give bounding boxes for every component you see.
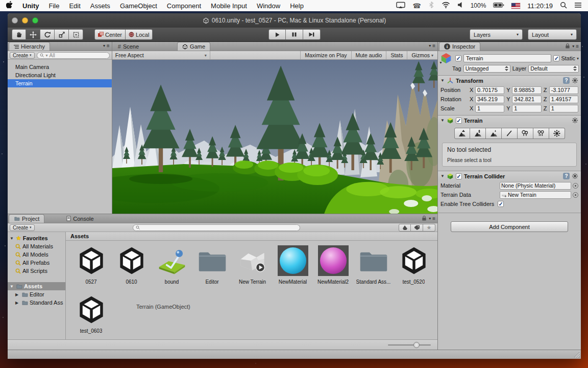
aspect-dropdown[interactable]: Free Aspect ▾ xyxy=(112,51,210,59)
hierarchy-create-button[interactable]: Create▾ xyxy=(10,52,35,59)
asset-newmaterial[interactable]: NewMaterial xyxy=(273,245,313,294)
hierarchy-item-terrain[interactable]: Terrain xyxy=(8,79,112,87)
phone-icon[interactable]: ☎ xyxy=(412,2,421,10)
add-component-button[interactable]: Add Component xyxy=(451,221,568,232)
paint-height-tool[interactable] xyxy=(470,128,486,139)
foldout-icon[interactable]: ▼ xyxy=(10,236,14,241)
menu-item-unity[interactable]: Unity xyxy=(22,2,39,10)
gizmos-dropdown[interactable]: Gizmos▾ xyxy=(407,51,437,59)
position-y-field[interactable]: 8.98853 xyxy=(512,86,541,94)
notification-center-icon[interactable] xyxy=(574,2,582,10)
inspector-panel-menu[interactable]: ▾≡ xyxy=(565,43,579,49)
rotate-tool-button[interactable] xyxy=(40,29,55,40)
terrain-enabled-checkbox[interactable]: ✓ xyxy=(456,118,462,124)
terrain-data-object-field[interactable]: New Terrain xyxy=(500,191,571,199)
favorites-all-models[interactable]: All Models xyxy=(8,250,65,259)
wifi-icon[interactable] xyxy=(442,2,450,10)
apple-menu-icon[interactable] xyxy=(6,1,13,10)
layer-dropdown[interactable]: Default xyxy=(528,65,579,73)
rotation-local-button[interactable]: Local xyxy=(126,29,153,40)
asset-new-terrain[interactable]: New Terrain xyxy=(232,245,273,294)
spotlight-search-icon[interactable] xyxy=(560,2,567,10)
foldout-icon[interactable]: ▶ xyxy=(15,292,20,297)
rotation-y-field[interactable]: 342.821 xyxy=(512,96,541,103)
scale-y-field[interactable]: 1 xyxy=(512,105,541,112)
foldout-icon[interactable]: ▼ xyxy=(439,61,443,64)
scene-tab[interactable]: # Scene xyxy=(113,42,143,51)
game-tab[interactable]: Game xyxy=(177,42,210,51)
rotation-x-field[interactable]: 345.219 xyxy=(475,96,504,103)
menu-item-edit[interactable]: Edit xyxy=(69,2,80,10)
gear-icon[interactable] xyxy=(572,117,578,124)
foldout-icon[interactable]: ▼ xyxy=(440,118,445,123)
menu-item-gameobject[interactable]: GameObject xyxy=(120,2,157,10)
gear-icon[interactable] xyxy=(572,77,578,84)
terrain-settings-tool[interactable] xyxy=(549,128,565,139)
favorites-all-scripts[interactable]: All Scripts xyxy=(8,267,65,275)
object-picker-icon[interactable] xyxy=(573,183,578,189)
hand-tool-button[interactable] xyxy=(12,29,26,40)
favorites-root[interactable]: ▼ ★ Favorites xyxy=(8,234,65,242)
static-checkbox[interactable]: ✓ xyxy=(553,55,559,61)
collider-enabled-checkbox[interactable]: ✓ xyxy=(456,173,462,179)
maximize-on-play-button[interactable]: Maximize on Play xyxy=(300,51,351,59)
asset-0610[interactable]: 0610 xyxy=(111,245,152,294)
foldout-icon[interactable]: ▼ xyxy=(440,174,445,178)
folder-editor[interactable]: ▶ Editor xyxy=(8,290,65,298)
rect-tool-button[interactable] xyxy=(69,29,83,40)
minimize-button[interactable] xyxy=(22,17,28,24)
stats-button[interactable]: Stats xyxy=(386,51,407,59)
scale-x-field[interactable]: 1 xyxy=(475,105,504,112)
menubar-clock[interactable]: 11:20:19 xyxy=(527,2,553,10)
gear-icon[interactable] xyxy=(572,173,578,179)
search-by-label-button[interactable] xyxy=(411,224,423,232)
asset-editor-folder[interactable]: Editor xyxy=(192,245,232,294)
project-panel-menu[interactable]: ▾≡ xyxy=(421,215,435,221)
thumbnail-zoom-slider[interactable] xyxy=(388,344,431,346)
search-by-type-button[interactable] xyxy=(399,224,411,232)
console-tab[interactable]: Console xyxy=(62,214,98,223)
move-tool-button[interactable] xyxy=(26,29,40,40)
menu-item-assets[interactable]: Assets xyxy=(90,2,110,10)
close-button[interactable] xyxy=(12,17,18,24)
project-create-button[interactable]: Create▾ xyxy=(10,224,35,231)
layers-dropdown[interactable]: Layers ▾ xyxy=(470,29,523,40)
hierarchy-item-directional-light[interactable]: Directional Light xyxy=(8,71,112,79)
paint-texture-tool[interactable] xyxy=(502,128,518,139)
hierarchy-search-input[interactable]: ▾ All xyxy=(37,52,110,59)
asset-test-0603[interactable]: test_0603 xyxy=(71,294,111,343)
terrain-component-header[interactable]: ▼ ✓ Terrain xyxy=(438,115,581,125)
favorites-all-materials[interactable]: All Materials xyxy=(8,242,65,250)
position-z-field[interactable]: -3.1077 xyxy=(549,86,578,94)
object-picker-icon[interactable] xyxy=(573,192,578,198)
terrain-collider-header[interactable]: ▼ ✓ Terrain Collider ? xyxy=(438,171,581,181)
hierarchy-tab[interactable]: Hierarchy xyxy=(9,42,50,51)
pause-button[interactable] xyxy=(286,29,303,40)
airplay-display-icon[interactable] xyxy=(396,2,405,10)
menu-item-component[interactable]: Component xyxy=(167,2,201,10)
step-button[interactable] xyxy=(303,29,321,40)
project-tab[interactable]: Project xyxy=(9,214,44,223)
active-checkbox[interactable]: ✓ xyxy=(455,55,461,61)
raise-lower-terrain-tool[interactable] xyxy=(454,128,470,139)
static-toggle[interactable]: ✓ Static ▾ xyxy=(553,55,579,61)
help-icon[interactable]: ? xyxy=(563,173,570,179)
tag-dropdown[interactable]: Untagged xyxy=(463,65,510,73)
transform-header[interactable]: ▼ Transform ? xyxy=(438,75,581,85)
menu-item-help[interactable]: Help xyxy=(290,2,304,10)
paint-details-tool[interactable] xyxy=(533,128,549,139)
assets-root-folder[interactable]: ▼ Assets xyxy=(8,282,65,290)
favorite-search-button[interactable]: ★ xyxy=(423,224,435,232)
inspector-tab[interactable]: i Inspector xyxy=(439,42,480,51)
asset-test-0520[interactable]: test_0520 xyxy=(394,245,434,294)
volume-icon[interactable] xyxy=(457,2,463,10)
position-x-field[interactable]: 0.70175 xyxy=(475,86,504,94)
window-titlebar[interactable]: 0610.unity - test_0527 - PC, Mac & Linux… xyxy=(8,13,581,28)
tree-colliders-checkbox[interactable]: ✓ xyxy=(498,201,504,207)
menu-item-file[interactable]: File xyxy=(49,2,60,10)
asset-newmaterial2[interactable]: NewMaterial2 xyxy=(313,245,353,294)
input-language-flag-icon[interactable] xyxy=(511,3,520,9)
menu-item-window[interactable]: Window xyxy=(257,2,280,10)
foldout-icon[interactable]: ▶ xyxy=(15,301,20,305)
help-icon[interactable]: ? xyxy=(563,77,570,84)
